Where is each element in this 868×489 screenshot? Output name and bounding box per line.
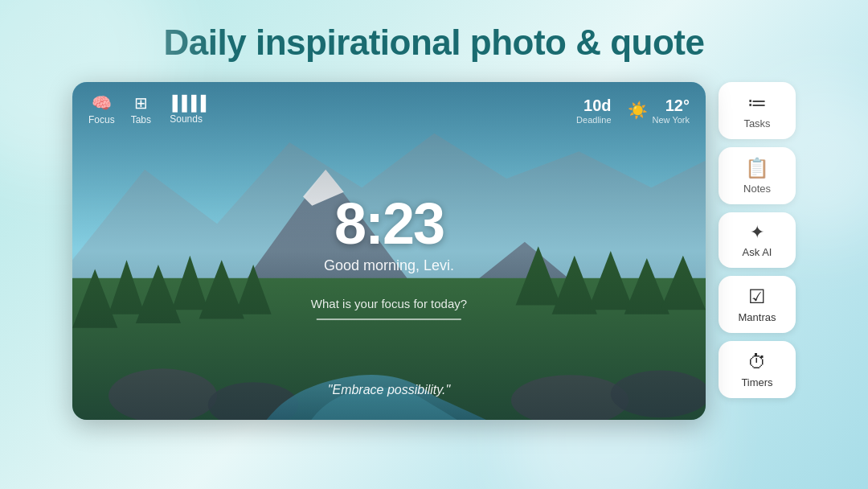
mantras-icon: ☑ (748, 287, 766, 306)
mantras-label: Mantras (739, 311, 776, 323)
time-display: 8:23 (136, 195, 642, 253)
weather-value: 12° (665, 97, 690, 115)
weather-info: ☀️ 12° New York (628, 97, 690, 125)
sidebar-buttons: ≔ Tasks 📋 Notes ✦ Ask AI ☑ Mantras ⏱ Tim… (719, 82, 796, 398)
nav-focus[interactable]: 🧠 Focus (88, 95, 115, 125)
tasks-label: Tasks (743, 117, 770, 129)
notes-button[interactable]: 📋 Notes (719, 147, 796, 204)
focus-input-line[interactable] (317, 318, 461, 320)
top-bar: 🧠 Focus ⊞ Tabs ▐▐▐▐ Sounds 10d Deadline (72, 82, 706, 135)
center-content: 8:23 Good morning, Levi. What is your fo… (136, 195, 642, 320)
tabs-label: Tabs (131, 114, 151, 125)
tabs-icon: ⊞ (134, 95, 148, 111)
mantras-button[interactable]: ☑ Mantras (719, 276, 796, 333)
deadline-value: 10d (583, 97, 611, 115)
quote-text: "Embrace possibility." (328, 383, 450, 397)
notes-label: Notes (743, 183, 771, 195)
focus-label: Focus (88, 114, 115, 125)
notes-icon: 📋 (745, 158, 769, 178)
deadline-label: Deadline (576, 115, 611, 125)
ask-ai-button[interactable]: ✦ Ask AI (719, 212, 796, 268)
app-card: 🧠 Focus ⊞ Tabs ▐▐▐▐ Sounds 10d Deadline (72, 82, 706, 420)
nav-sounds[interactable]: ▐▐▐▐ Sounds (167, 96, 205, 125)
timers-icon: ⏱ (747, 352, 767, 372)
focus-icon: 🧠 (92, 95, 112, 111)
timers-button[interactable]: ⏱ Timers (719, 341, 796, 398)
weather-city: New York (653, 115, 690, 125)
nav-items: 🧠 Focus ⊞ Tabs ▐▐▐▐ Sounds (88, 95, 205, 125)
tasks-icon: ≔ (747, 93, 767, 113)
weather-icon: ☀️ (628, 102, 648, 118)
nav-tabs[interactable]: ⊞ Tabs (131, 95, 151, 125)
deadline-info: 10d Deadline (576, 97, 611, 125)
ask-ai-label: Ask AI (743, 246, 772, 258)
timers-label: Timers (741, 376, 772, 388)
top-right-info: 10d Deadline ☀️ 12° New York (576, 97, 690, 125)
bottom-quote: "Embrace possibility." (136, 383, 642, 397)
tasks-button[interactable]: ≔ Tasks (719, 82, 796, 139)
ask-ai-icon: ✦ (750, 224, 764, 241)
sounds-icon: ▐▐▐▐ (167, 96, 205, 110)
focus-question: What is your focus for today? (136, 297, 642, 310)
main-content: 🧠 Focus ⊞ Tabs ▐▐▐▐ Sounds 10d Deadline (72, 82, 796, 420)
greeting-text: Good morning, Levi. (136, 257, 642, 274)
sounds-label: Sounds (170, 113, 203, 125)
page-title: Daily inspirational photo & quote (164, 23, 705, 63)
